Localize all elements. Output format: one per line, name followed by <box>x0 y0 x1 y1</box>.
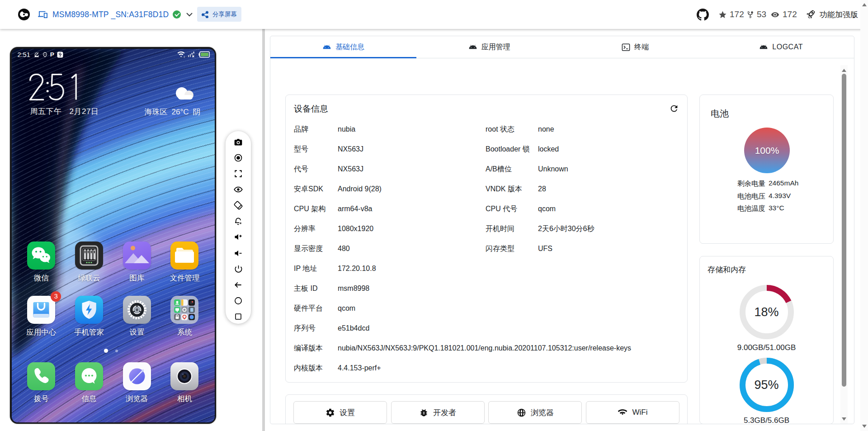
info-value: 2天6小时30分6秒 <box>538 224 679 234</box>
pane-splitter[interactable] <box>262 29 265 431</box>
back-button[interactable] <box>233 280 243 290</box>
battery-line-value: 2465mAh <box>769 179 798 189</box>
github-icon <box>697 9 709 21</box>
battery-icon <box>198 51 210 58</box>
open-developer-button[interactable]: 开发者 <box>391 401 485 424</box>
info-label: 代号 <box>294 165 338 174</box>
storage-donut: 18% <box>740 285 794 339</box>
info-label: 闪存类型 <box>486 244 538 254</box>
app-label: 设置 <box>129 327 144 337</box>
weather-info: 海珠区26°C阴 <box>145 107 201 117</box>
power-button[interactable] <box>233 264 243 274</box>
info-value: arm64-v8a <box>338 205 486 213</box>
battery-line: 剩余电量2465mAh <box>737 179 798 189</box>
app-center-icon <box>27 296 55 324</box>
action-label: 设置 <box>340 407 355 418</box>
app-phone-manager[interactable]: 手机管家 <box>65 296 113 337</box>
storage-detail: 9.00GB/51.00GB <box>737 343 796 352</box>
weather-temp: 26°C <box>172 108 189 116</box>
info-label: root 状态 <box>486 125 538 134</box>
screen-view-button[interactable] <box>233 185 243 194</box>
screenshot-button[interactable] <box>233 137 243 147</box>
page-dot-active <box>104 349 108 353</box>
app-settings[interactable]: 设置 <box>113 296 161 337</box>
app-system-folder[interactable]: 系统 <box>161 296 209 337</box>
scrollbar-thumb[interactable] <box>842 74 846 387</box>
usb-icon <box>57 52 63 58</box>
info-value: qcom <box>538 205 679 213</box>
device-info-row: 硬件平台qcom <box>294 298 679 318</box>
app-wechat[interactable]: 微信 <box>18 242 66 283</box>
lock-clock <box>28 73 81 104</box>
storage-title: 存储和内存 <box>708 265 746 275</box>
app-camera[interactable]: 相机 <box>161 362 209 404</box>
open-wifi-button[interactable]: WiFi <box>586 401 679 424</box>
app-appcenter[interactable]: 3 应用中心 <box>18 296 66 337</box>
clock-digits <box>28 73 81 102</box>
device-info-row: IP 地址172.20.10.8 <box>294 259 679 279</box>
phone-mirror[interactable]: 2:51 P <box>10 47 216 424</box>
app-messages[interactable]: 信息 <box>65 362 113 404</box>
page-scrollbar[interactable] <box>860 0 868 431</box>
phone-screen[interactable]: 2:51 P <box>12 49 215 422</box>
record-button[interactable] <box>233 153 243 163</box>
battery-line-label: 剩余电量 <box>737 179 767 189</box>
page-scroll-up-arrow <box>862 3 867 6</box>
android-icon <box>759 44 768 50</box>
wechat-icon <box>27 242 55 270</box>
app-gallery[interactable]: 图库 <box>113 242 161 283</box>
volume-down-button[interactable] <box>233 248 243 258</box>
battery-line: 电池温度33°C <box>737 204 784 213</box>
battery-level: 100% <box>755 145 779 156</box>
status-time: 2:51 <box>18 51 30 58</box>
info-label: 品牌 <box>294 125 338 134</box>
app-files[interactable]: 文件管理 <box>161 242 209 283</box>
app-label: 系统 <box>177 327 192 337</box>
globe-icon <box>517 408 526 417</box>
enhanced-version-link[interactable]: 功能加强版 <box>806 0 858 29</box>
home-button[interactable] <box>233 296 243 306</box>
action-label: 开发者 <box>433 407 456 418</box>
info-label: 主板 ID <box>294 284 338 294</box>
open-browser-button[interactable]: 浏览器 <box>488 401 582 424</box>
rocket-icon <box>806 9 816 19</box>
refresh-button[interactable] <box>669 104 679 114</box>
recents-button[interactable] <box>233 312 243 322</box>
tab-content: 设备信息 品牌nubiaroot 状态none 型号NX563JBootload… <box>270 58 854 424</box>
tab-app-management[interactable]: 应用管理 <box>416 36 562 58</box>
info-value: none <box>538 125 679 133</box>
device-info-row: CPU 架构arm64-v8aCPU 代号qcom <box>294 199 679 219</box>
volume-up-button[interactable] <box>233 232 243 242</box>
dialer-icon <box>27 362 55 390</box>
memory-detail: 5.3GB/5.6GB <box>744 416 789 424</box>
app-dialer[interactable]: 拨号 <box>18 362 66 404</box>
rotate-screen-button[interactable] <box>233 200 243 210</box>
tab-terminal[interactable]: 终端 <box>562 36 708 58</box>
tab-basic-info[interactable]: 基础信息 <box>270 36 416 58</box>
weather-condition: 阴 <box>193 108 201 116</box>
lock-date-value: 2月27日 <box>70 107 99 116</box>
notification-settings-button[interactable] <box>233 216 243 226</box>
device-info-row: 型号NX563JBootloader 锁locked <box>294 139 679 159</box>
tab-label: 基础信息 <box>335 43 364 52</box>
tab-logcat[interactable]: LOGCAT <box>708 36 854 58</box>
messages-icon <box>75 362 103 390</box>
memory-percent: 95% <box>740 358 794 412</box>
lock-weekday: 周五下午 <box>30 107 62 116</box>
info-label: Bootloader 锁 <box>486 145 538 154</box>
device-info-row: 代号NX563JA/B槽位Unknown <box>294 159 679 179</box>
signal-icon <box>188 51 196 58</box>
fullscreen-button[interactable] <box>233 169 243 179</box>
app-ugreen-cloud[interactable]: 绿联云 <box>65 242 113 283</box>
tab-label: LOGCAT <box>772 43 803 51</box>
info-value: nubia <box>338 125 486 133</box>
info-label: 硬件平台 <box>294 304 338 313</box>
info-value: msm8998 <box>338 284 679 293</box>
app-browser[interactable]: 浏览器 <box>113 362 161 404</box>
info-label: 分辨率 <box>294 224 338 234</box>
storage-card: 存储和内存 18% 9.00GB/51.00GB 95% <box>699 256 834 424</box>
info-value: NX563J <box>338 145 486 153</box>
content-scrollbar[interactable] <box>840 65 848 424</box>
open-settings-button[interactable]: 设置 <box>293 401 387 424</box>
github-link[interactable] <box>697 0 709 29</box>
